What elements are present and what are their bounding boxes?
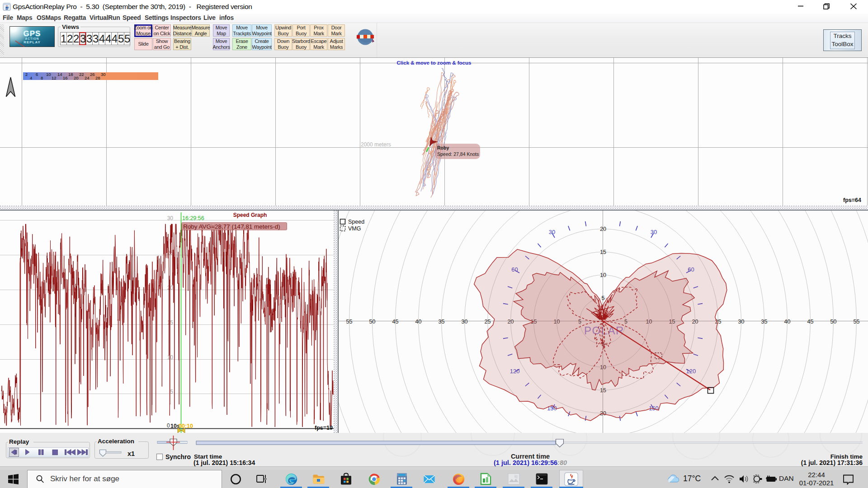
svg-text:24: 24: [85, 75, 90, 80]
svg-text:6: 6: [36, 72, 38, 77]
svg-text:Roby AVG=28,77 (147,81 meters-: Roby AVG=28,77 (147,81 meters-d): [183, 223, 280, 230]
svg-text:Replay: Replay: [9, 438, 29, 445]
svg-text:50: 50: [369, 319, 376, 325]
svg-text:18: 18: [68, 72, 73, 77]
svg-text:30: 30: [167, 215, 174, 221]
svg-text:55: 55: [854, 319, 860, 325]
svg-text:45: 45: [392, 319, 399, 325]
svg-text:28: 28: [95, 75, 100, 80]
svg-text:Roby: Roby: [437, 145, 449, 150]
svg-text:2: 2: [25, 72, 28, 77]
svg-text:30: 30: [549, 229, 555, 235]
svg-text:2000 meters: 2000 meters: [361, 141, 391, 148]
svg-text:10: 10: [46, 72, 51, 77]
svg-text:35: 35: [439, 319, 445, 325]
svg-text:00:10: 00:10: [179, 423, 193, 429]
svg-text:30: 30: [738, 319, 745, 325]
svg-text:20: 20: [74, 75, 79, 80]
svg-text:30: 30: [651, 229, 657, 235]
svg-text:15: 15: [600, 249, 606, 255]
svg-text:14: 14: [57, 72, 62, 77]
svg-text:40: 40: [784, 319, 791, 325]
svg-text:fps=64: fps=64: [843, 197, 861, 203]
svg-text:8: 8: [41, 75, 43, 80]
svg-text:Speed: Speed: [348, 219, 364, 225]
svg-text:35: 35: [761, 319, 768, 325]
svg-text:20: 20: [600, 226, 606, 232]
svg-text:45: 45: [807, 319, 814, 325]
svg-text:16: 16: [63, 75, 68, 80]
svg-text:55: 55: [346, 319, 353, 325]
svg-text:16:29:56: 16:29:56: [182, 215, 204, 221]
svg-text:50: 50: [830, 319, 837, 325]
svg-text:30: 30: [101, 72, 106, 77]
svg-text:VMG: VMG: [348, 225, 361, 232]
svg-text:fps=19: fps=19: [315, 425, 333, 431]
svg-text:25: 25: [485, 319, 491, 325]
svg-text:0: 0: [167, 422, 170, 429]
svg-text:10: 10: [600, 272, 606, 278]
svg-text:5: 5: [170, 389, 173, 395]
svg-text:Speed: 27,84 Knots: Speed: 27,84 Knots: [437, 151, 479, 157]
svg-text:Speed Graph: Speed Graph: [233, 212, 267, 218]
svg-text:22: 22: [79, 72, 84, 77]
svg-text:30: 30: [462, 319, 468, 325]
svg-text:26: 26: [90, 72, 95, 77]
svg-text:Synchro: Synchro: [165, 453, 191, 460]
svg-text:Acceleration: Acceleration: [98, 438, 134, 445]
svg-text:5: 5: [602, 295, 605, 301]
svg-text:4: 4: [30, 75, 32, 80]
svg-text:40: 40: [415, 319, 422, 325]
svg-text:x1: x1: [127, 450, 135, 457]
svg-text:Click & move to zoom & focus: Click & move to zoom & focus: [397, 60, 472, 66]
svg-text:12: 12: [52, 75, 57, 80]
